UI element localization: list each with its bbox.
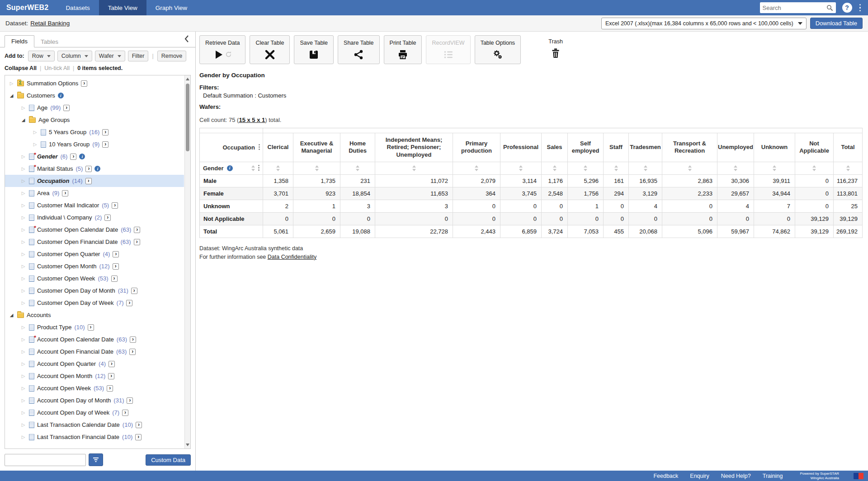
sort-icon[interactable] [356,165,359,171]
help-icon[interactable]: ? [842,3,852,13]
kebab-menu-icon[interactable] [259,144,260,150]
expander-icon[interactable] [20,398,26,403]
save-table-button[interactable]: Save Table [294,35,334,64]
expander-icon[interactable] [20,374,26,378]
remove-button[interactable]: Remove [157,51,187,61]
column-sort-cell[interactable] [500,162,542,175]
search-icon[interactable] [826,5,833,11]
field-tree-item[interactable]: Last Transaction Financial Date 10 [5,431,184,443]
custom-data-button[interactable]: Custom Data [146,454,191,466]
column-sort-cell[interactable] [662,162,717,175]
expander-icon[interactable] [20,154,26,159]
field-tree-item[interactable]: Occupation 14 [5,175,184,187]
field-tree-item[interactable]: Account Open Week 53 [5,382,184,394]
open-field-chevron-icon[interactable] [113,263,119,270]
footer-link[interactable]: Enquiry [690,473,709,479]
column-sort-cell[interactable] [568,162,604,175]
footer-link[interactable]: Feedback [653,473,678,479]
open-field-chevron-icon[interactable] [136,422,142,428]
sort-icon[interactable] [734,165,737,171]
field-tree-item[interactable]: 5 Years Group 16 [5,126,184,138]
sort-icon[interactable] [276,165,280,171]
field-tree-item[interactable]: Account Open Day of Month 31 [5,394,184,406]
column-sort-cell[interactable] [629,162,662,175]
open-field-chevron-icon[interactable] [127,397,133,404]
download-table-button[interactable]: Download Table [810,18,863,29]
field-tree-item[interactable]: Customer Open Quarter 4 [5,248,184,260]
column-sort-cell[interactable] [795,162,834,175]
field-tree-item[interactable]: Area 9 [5,187,184,199]
share-table-button[interactable]: Share Table [338,35,380,64]
expander-icon[interactable] [20,289,26,293]
sort-icon[interactable] [412,165,416,171]
sort-icon[interactable] [475,165,478,171]
expander-icon[interactable] [20,203,26,208]
open-field-chevron-icon[interactable] [131,288,137,294]
info-icon[interactable] [79,154,85,159]
sort-icon[interactable] [688,165,692,171]
column-sort-cell[interactable] [754,162,795,175]
field-tree-item[interactable]: Accounts [5,309,184,321]
search-box[interactable] [760,2,836,13]
column-sort-cell[interactable] [293,162,340,175]
data-confidentiality-link[interactable]: Data Confidentiality [268,254,316,260]
field-tree-item[interactable]: Age 99 [5,102,184,114]
custom-data-input[interactable] [5,454,86,466]
expander-icon[interactable] [20,276,26,281]
tab-tables[interactable]: Tables [34,36,65,47]
expander-icon[interactable] [20,252,26,257]
open-field-chevron-icon[interactable] [134,239,140,245]
expander-icon[interactable] [20,423,26,427]
collapse-all-link[interactable]: Collapse All [5,65,37,71]
field-tree-item[interactable]: Account Open Quarter 4 [5,358,184,370]
sort-icon[interactable] [614,165,618,171]
field-tree-item[interactable]: Customer Open Month 12 [5,260,184,272]
column-dimension-header[interactable]: Occupation [200,133,263,162]
column-sort-cell[interactable] [340,162,375,175]
field-tree-item[interactable]: Summation Options [5,77,184,89]
clear-table-button[interactable]: Clear Table [250,35,290,64]
column-sort-cell[interactable] [542,162,568,175]
info-icon[interactable] [94,166,100,172]
collapse-sidebar-icon[interactable] [183,35,191,47]
expander-icon[interactable] [20,215,26,220]
field-tree-item[interactable]: Customer Open Calendar Date 63 [5,224,184,236]
expander-icon[interactable] [20,325,26,330]
scroll-down-icon[interactable] [186,444,189,446]
open-field-chevron-icon[interactable] [135,434,142,440]
retrieve-data-button[interactable]: Retrieve Data [199,35,245,64]
column-sort-cell[interactable] [263,162,293,175]
sort-icon[interactable] [846,165,850,171]
cell-count-link[interactable]: 15 x 5 x 1 [239,117,265,123]
open-field-chevron-icon[interactable] [85,178,92,184]
search-input[interactable] [763,5,826,11]
expander-icon[interactable] [20,264,26,269]
field-tree-item[interactable]: Individual \ Company 2 [5,211,184,224]
open-field-chevron-icon[interactable] [113,251,119,257]
open-field-chevron-icon[interactable] [129,349,136,355]
column-sort-cell[interactable] [453,162,500,175]
field-tree-item[interactable]: Gender 6 [5,150,184,163]
field-tree-item[interactable]: Marital Status 5 [5,163,184,175]
expander-icon[interactable] [20,362,26,366]
sort-icon[interactable] [812,165,816,171]
add-to-wafer-button[interactable]: Wafer [95,51,125,61]
dataset-name-link[interactable]: Retail Banking [30,20,70,27]
trash-button[interactable]: Trash [537,35,575,64]
open-field-chevron-icon[interactable] [81,80,87,87]
open-field-chevron-icon[interactable] [111,276,118,282]
field-tree-item[interactable]: Account Open Calendar Date 63 [5,333,184,346]
print-table-button[interactable]: Print Table [384,35,422,64]
column-sort-cell[interactable] [717,162,754,175]
export-format-select[interactable]: Excel 2007 (.xlsx)(max 16,384 columns x … [601,18,807,29]
open-field-chevron-icon[interactable] [130,336,136,343]
expander-icon[interactable] [20,179,26,183]
open-field-chevron-icon[interactable] [104,215,111,221]
open-field-chevron-icon[interactable] [70,154,76,160]
expander-icon[interactable] [20,350,26,354]
nav-tab-datasets[interactable]: Datasets [57,0,99,15]
field-tree-item[interactable]: Customer Open Day of Month 31 [5,285,184,297]
field-tree-item[interactable]: Age Groups [5,114,184,126]
scrollbar-thumb[interactable] [186,84,189,151]
field-tree-item[interactable]: Customers [5,89,184,102]
